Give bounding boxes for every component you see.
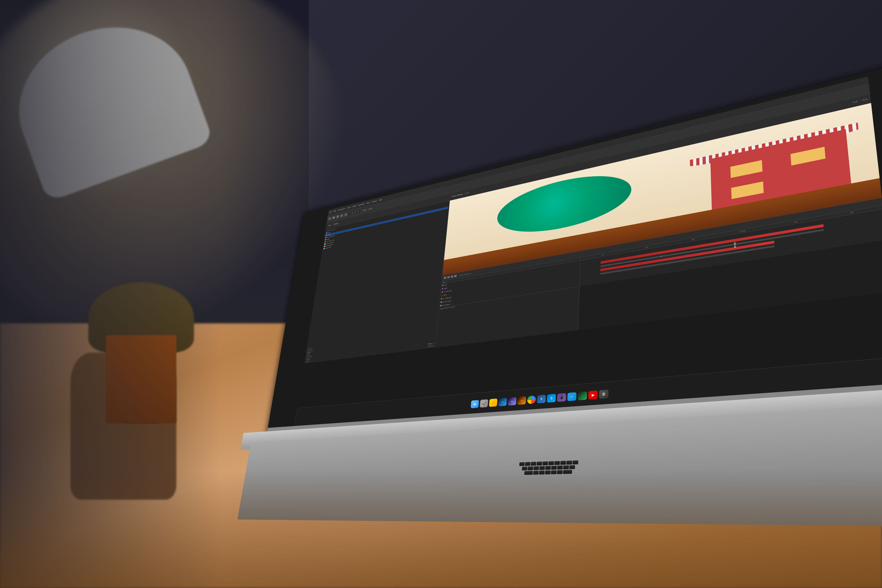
dock-trash[interactable]: 🗑 [599, 390, 609, 399]
dock-word[interactable]: S [537, 394, 546, 403]
layer-color-day [326, 232, 328, 234]
layer-color-white-bk2 [325, 241, 326, 243]
key[interactable] [567, 460, 572, 465]
tl-switch-gb [440, 305, 442, 306]
key[interactable] [555, 461, 560, 465]
comp-active-camera: Active Camera [452, 193, 463, 197]
cursor-hand: ☞ [660, 255, 663, 258]
key[interactable] [522, 466, 528, 470]
prop-label-parent: Parent [306, 358, 310, 360]
tl-label-white-bk2: 15. White_BK [443, 297, 452, 299]
dock-spotify[interactable]: ♪ [578, 392, 587, 400]
tl-switch-night [442, 288, 444, 290]
menu-window[interactable]: Window [372, 200, 377, 202]
prop-label-reset2: Reset [307, 354, 310, 356]
scene: File Edit Composition Layer Effect Anima… [0, 0, 882, 588]
menu-animation[interactable]: Animation [358, 203, 365, 206]
key[interactable] [525, 462, 531, 466]
tl-switch-drone [441, 301, 442, 303]
layer-color-none [325, 239, 327, 240]
layer-color-gb [324, 246, 326, 247]
menu-file[interactable]: File [330, 211, 332, 213]
toolbar-camera-icon[interactable]: 📷 [344, 213, 348, 216]
key[interactable] [551, 466, 557, 470]
tl-switch-none [441, 294, 443, 296]
key[interactable] [528, 466, 533, 470]
dock-after-effects[interactable]: Ae [508, 397, 516, 405]
menu-edit[interactable]: Edit [333, 210, 336, 212]
key-wide[interactable] [525, 471, 533, 475]
tab-composition[interactable]: Comp [327, 223, 333, 226]
toolbar-zoom-icon[interactable]: 🔍 [336, 214, 340, 218]
dock-sketch[interactable]: ◇ [489, 398, 497, 407]
prop-label-add[interactable]: Add ▾ [306, 360, 309, 362]
dock-illustrator[interactable]: Ai [518, 396, 526, 405]
menu-composition[interactable]: Composition [338, 207, 345, 211]
key[interactable] [533, 471, 539, 475]
toolbar-select-icon[interactable]: ↖ [328, 217, 331, 220]
plant-pot [106, 335, 176, 423]
key[interactable] [540, 466, 545, 470]
key[interactable] [519, 462, 525, 466]
menu-layer[interactable]: Layer [347, 206, 351, 209]
keyframe-icon-2: ⌛ [733, 245, 737, 248]
dock-finder[interactable]: 🗂 [471, 400, 479, 408]
tl-label-white-bk1: 15. White_BK [444, 290, 452, 292]
dock-youtube[interactable]: ▶ [588, 390, 598, 399]
tl-label-night: Night [444, 287, 447, 289]
window-2 [790, 146, 826, 166]
key[interactable] [557, 465, 563, 470]
key[interactable] [531, 462, 537, 465]
toolbar-rotation-icon[interactable]: ↻ [340, 214, 344, 218]
play-button[interactable]: ▶ [444, 276, 447, 279]
tl-label-gb: GB_Bottom 1 [442, 303, 451, 306]
stop-button[interactable]: ■ [447, 276, 450, 279]
key[interactable] [537, 462, 542, 466]
dock-chrome[interactable] [527, 395, 536, 404]
prop-label-reset1: Reset [308, 347, 311, 350]
key[interactable] [551, 470, 557, 474]
next-frame-button[interactable]: ▶| [454, 274, 457, 278]
comp-quality[interactable]: Full [853, 100, 858, 104]
dock-viber[interactable]: 📱 [557, 393, 566, 402]
dock-twitter[interactable]: 🐦 [567, 392, 576, 401]
toolbar-hand-icon[interactable]: ✋ [332, 216, 336, 219]
key[interactable] [545, 466, 551, 470]
key[interactable] [557, 470, 563, 474]
menu-help[interactable]: Help [379, 198, 382, 201]
tl-switch-white-bk2 [441, 298, 442, 300]
prop-value-opacity: 0.00 [307, 352, 310, 354]
tl-label-day: Day [444, 284, 447, 286]
keyboard-keys [261, 446, 882, 539]
timeline-comp-name: Timer_Aac_BC_1 [459, 272, 472, 276]
window-3 [730, 181, 765, 200]
layer-color-newpath [324, 248, 325, 249]
dock-launchpad[interactable]: 🚀 [480, 399, 488, 408]
menu-effect[interactable]: Effect [353, 205, 357, 207]
prev-frame-button[interactable]: |◀ [450, 275, 453, 278]
ae-left-panel: Comp Project Timer_Aac_BC_1 Day [304, 194, 451, 364]
keyframe-icon-1: ⌛ [733, 242, 736, 245]
key[interactable] [564, 465, 569, 470]
menu-view[interactable]: View [366, 202, 370, 204]
key[interactable] [534, 466, 539, 470]
timeline-controls: ▶ ■ |◀ ▶| [444, 274, 457, 279]
key[interactable] [543, 461, 548, 465]
key[interactable] [569, 465, 575, 470]
key-wide[interactable] [563, 470, 572, 474]
timecode-display: 0:00:00:00 [348, 210, 361, 215]
key[interactable] [573, 460, 579, 465]
key[interactable] [560, 461, 566, 465]
comp-view[interactable]: 1 View [464, 191, 470, 194]
key[interactable] [549, 461, 554, 465]
tl-switch-day [442, 285, 444, 286]
tl-label-none: None [444, 294, 447, 296]
key[interactable] [545, 470, 551, 474]
tab-project[interactable]: Project [333, 222, 339, 225]
tl-label-drone: Drone Comp 1 [443, 300, 452, 303]
key[interactable] [539, 471, 545, 475]
dock-skype[interactable]: S [547, 394, 556, 402]
layer-color-night [326, 234, 327, 236]
comp-zoom-label: 62.p [862, 98, 868, 101]
dock-photoshop[interactable]: Ps [498, 398, 507, 406]
